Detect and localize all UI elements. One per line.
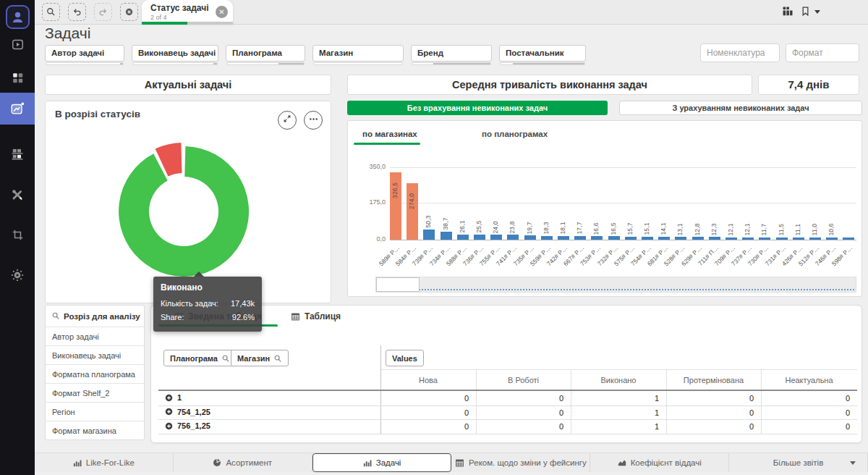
values-chip[interactable]: Values — [386, 350, 424, 366]
analysis-item[interactable]: Формат магазина — [46, 421, 144, 440]
sidebar-item-analytics-chart[interactable] — [0, 93, 35, 125]
minimap-viewport[interactable] — [376, 277, 420, 292]
bar-742# Р…[interactable] — [558, 236, 569, 240]
dimension-chip-planogram[interactable]: Планограма — [163, 350, 237, 366]
filter-3[interactable]: Планограма — [226, 45, 305, 62]
caret-down-icon — [850, 461, 856, 465]
gear-icon — [10, 268, 25, 282]
nav-like-for-like[interactable]: Like-For-Like — [35, 453, 174, 472]
bar-711# П…[interactable] — [709, 237, 720, 240]
bar-732# Р…[interactable] — [608, 236, 620, 240]
bar-629# Р…[interactable] — [692, 237, 704, 240]
nav-асортимент[interactable]: Асортимент — [174, 453, 312, 472]
filter-format[interactable]: Формат — [786, 43, 859, 62]
expand-chart-button[interactable] — [278, 111, 297, 130]
filter-4[interactable]: Магазин — [312, 45, 404, 62]
tab-flat-table[interactable]: Таблиця — [285, 311, 346, 321]
status-donut-chart[interactable] — [115, 143, 252, 280]
analysis-item[interactable]: Регіон — [46, 402, 144, 421]
bar-426# Р…[interactable] — [793, 238, 804, 240]
bar-512# Р…[interactable] — [809, 238, 821, 240]
bar-575# Р…[interactable] — [625, 237, 637, 240]
bar-731# Р…[interactable] — [776, 238, 788, 240]
nav-реком-щодо-зміни-у-фейсингу[interactable]: Реком. щодо зміни у фейсингу — [451, 453, 590, 472]
bar-735# Р…[interactable] — [524, 235, 536, 240]
bar-736# Р…[interactable] — [474, 235, 485, 240]
bar-737# Р…[interactable] — [742, 238, 754, 240]
bar-588# Р…[interactable] — [457, 235, 469, 240]
analysis-item[interactable]: Форматна планограма — [46, 364, 144, 383]
analysis-item[interactable]: Автор задачі — [46, 327, 144, 345]
sidebar-item-crop[interactable] — [0, 222, 35, 247]
sidebar-item-tools[interactable] — [0, 182, 35, 207]
bar-754# Р…[interactable] — [642, 237, 653, 240]
sidebar-item-gear[interactable] — [0, 263, 35, 287]
table-cell: 0 — [666, 408, 754, 417]
status-donut-card: В розрізі статусів — [45, 101, 331, 303]
bar-667# Р…[interactable] — [574, 236, 586, 240]
analysis-item[interactable]: Виконавець задачі — [46, 345, 144, 364]
bar-chart-plot: 0,0175,0350,0326,5589# Р…274,0584# Р…50,… — [348, 121, 863, 298]
donut-slice-done[interactable] — [119, 146, 249, 277]
filter-selection-fill — [412, 63, 433, 64]
search-icon — [51, 311, 60, 320]
bar-730# Р…[interactable] — [759, 238, 770, 240]
sidebar-item-shelf[interactable] — [0, 142, 35, 167]
smart-search-button[interactable] — [42, 3, 60, 21]
bar-value-label: 12,8 — [694, 217, 702, 236]
caret-down-icon[interactable] — [814, 10, 820, 14]
expand-icon — [282, 114, 292, 124]
table-cell: 0 — [380, 394, 469, 403]
bar-528# Р…[interactable] — [675, 237, 686, 240]
bar-741# Р…[interactable] — [507, 235, 519, 240]
sidebar-item-play-video[interactable] — [0, 32, 35, 56]
analysis-item[interactable]: Формат Shelf_2 — [46, 383, 144, 402]
sidebar-item-avatar[interactable] — [0, 4, 35, 30]
nav-задачі[interactable]: Задачі — [312, 453, 452, 472]
bookmark-icon[interactable] — [800, 6, 811, 20]
bar-709# Р…[interactable] — [726, 238, 737, 240]
expand-row-icon — [165, 408, 173, 416]
bar-746# Р…[interactable] — [826, 238, 838, 240]
toggle-include-undone[interactable]: З урахуванням невиконаних задач — [619, 101, 862, 115]
table-row-label[interactable]: 754_1,25 — [165, 408, 210, 416]
filter-1[interactable]: Автор задачі — [45, 45, 124, 62]
bar-739# Р…[interactable] — [423, 230, 435, 240]
filter-6[interactable]: Постачальник — [499, 45, 586, 62]
dimension-chip-store[interactable]: Магазин — [231, 350, 289, 366]
step-back-icon — [72, 7, 82, 17]
table-row-label[interactable]: 1 — [165, 393, 182, 402]
nav-коефіцієнт-віддачі[interactable]: Коефіцієнт віддачі — [590, 453, 729, 472]
bar-681# Р…[interactable] — [658, 237, 670, 240]
chart-minimap-scrollbar[interactable] — [375, 277, 856, 293]
bar-734# Р…[interactable] — [441, 232, 452, 240]
table-row-label[interactable]: 756_1,25 — [165, 421, 210, 430]
filter-selection-fill — [133, 63, 213, 64]
row-border — [158, 434, 857, 434]
nav-більше-звітів[interactable]: Більше звітів — [729, 453, 868, 472]
expand-icon — [282, 114, 292, 127]
filter-5[interactable]: Бренд — [411, 45, 492, 62]
sheets-grid-icon[interactable] — [781, 5, 793, 20]
clear-selections-button[interactable] — [120, 3, 138, 21]
bar-559# Р…[interactable] — [541, 236, 553, 240]
step-back-button[interactable] — [68, 3, 86, 21]
sheets-grid-icon — [781, 5, 793, 17]
avatar-frame — [6, 5, 30, 29]
smart-search-icon — [46, 7, 56, 17]
chart-menu-button[interactable] — [304, 111, 323, 130]
bar-753# Р…[interactable] — [591, 236, 603, 240]
sidebar-item-app-grid[interactable] — [0, 65, 35, 90]
table-cell: 1 — [571, 422, 659, 431]
table-cell: 0 — [476, 394, 563, 403]
toggle-exclude-undone[interactable]: Без врахування невиконаних задач — [347, 101, 608, 115]
y-axis-tick: 175,0 — [354, 198, 386, 206]
step-forward-button[interactable] — [94, 3, 112, 21]
close-icon[interactable]: ✕ — [216, 6, 228, 18]
filter-nomenclature[interactable]: Номенклатура — [700, 43, 780, 62]
sheet-tab[interactable]: Статус задачі 2 of 4 ✕ — [142, 0, 233, 25]
gridline — [390, 203, 856, 203]
filter-2[interactable]: Виконавець задачі — [132, 45, 218, 62]
bar-598# Р…[interactable] — [843, 238, 854, 240]
bar-755# Р…[interactable] — [490, 235, 502, 240]
